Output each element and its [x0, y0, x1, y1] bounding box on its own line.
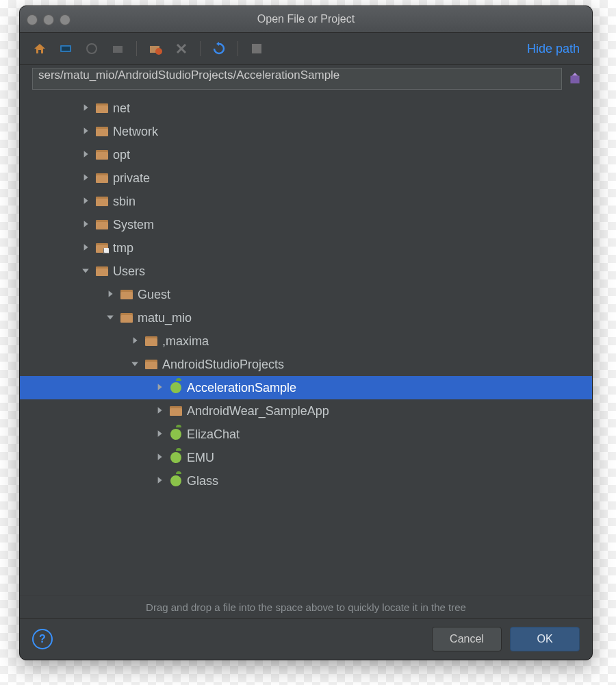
folder-icon — [144, 358, 158, 371]
chevron-right-icon[interactable] — [106, 290, 116, 299]
hide-path-link[interactable]: Hide path — [527, 42, 580, 56]
tree-item-label: matu_mio — [138, 311, 192, 325]
tree-item-label: AccelerationSample — [187, 381, 296, 395]
new-folder-icon[interactable] — [148, 41, 163, 56]
close-window-button[interactable] — [27, 14, 38, 25]
folder-icon — [120, 288, 133, 301]
chevron-down-icon[interactable] — [131, 360, 140, 369]
tree-item-label: sbin — [113, 195, 136, 209]
chevron-right-icon[interactable] — [155, 383, 165, 393]
tree-item-label: Glass — [187, 474, 218, 488]
dialog-window: Open File or Project Hide path — [19, 5, 593, 660]
folder-icon — [95, 102, 109, 114]
tree-row[interactable]: Users — [20, 260, 592, 283]
tree-item-label: ,maxima — [162, 334, 209, 349]
delete-icon[interactable] — [174, 41, 189, 56]
chevron-right-icon[interactable] — [81, 173, 91, 183]
folder-icon — [95, 219, 109, 231]
window-controls — [27, 14, 70, 25]
tree-item-label: EMU — [187, 451, 214, 465]
separator — [136, 41, 137, 56]
svg-rect-6 — [252, 44, 261, 53]
tree-item-label: private — [113, 171, 150, 186]
folder-icon — [95, 172, 109, 184]
cancel-button[interactable]: Cancel — [432, 627, 502, 651]
folder-shortcut-icon — [95, 242, 109, 254]
tree-row[interactable]: ElizaChat — [20, 423, 592, 446]
separator — [200, 41, 201, 56]
file-tree[interactable]: netNetworkoptprivatesbinSystemtmpUsersGu… — [20, 92, 592, 595]
android-project-icon — [169, 475, 183, 487]
svg-rect-1 — [62, 47, 70, 51]
tree-row[interactable]: Glass — [20, 469, 592, 493]
tree-item-label: AndroidStudioProjects — [162, 358, 284, 372]
chevron-right-icon[interactable] — [155, 429, 165, 439]
svg-rect-8 — [570, 76, 579, 84]
path-history-dropdown-icon[interactable] — [567, 71, 582, 86]
hint-text: Drag and drop a file into the space abov… — [20, 595, 592, 618]
tree-row[interactable]: EMU — [20, 446, 592, 469]
svg-rect-3 — [113, 46, 123, 53]
folder-icon — [95, 265, 109, 277]
chevron-right-icon[interactable] — [81, 220, 91, 229]
folder-icon — [95, 195, 109, 208]
tree-row[interactable]: matu_mio — [20, 306, 592, 329]
tree-item-label: ElizaChat — [187, 427, 240, 442]
chevron-right-icon[interactable] — [131, 336, 140, 346]
chevron-right-icon[interactable] — [155, 453, 165, 462]
path-bar: sers/matu_mio/AndroidStudioProjects/Acce… — [20, 65, 592, 92]
svg-point-5 — [155, 48, 162, 55]
toolbar: Hide path — [20, 33, 592, 65]
chevron-down-icon[interactable] — [106, 313, 116, 323]
chevron-right-icon[interactable] — [155, 476, 165, 486]
android-project-icon — [169, 382, 183, 394]
tree-item-label: tmp — [113, 241, 133, 256]
tree-row[interactable]: AndroidWear_SampleApp — [20, 399, 592, 423]
chevron-right-icon[interactable] — [81, 127, 91, 136]
window-title: Open File or Project — [20, 13, 592, 25]
separator — [238, 41, 238, 56]
chevron-right-icon[interactable] — [155, 406, 165, 416]
tree-row[interactable]: private — [20, 166, 592, 190]
tree-row[interactable]: AccelerationSample — [20, 376, 592, 399]
tree-item-label: net — [113, 101, 130, 116]
tree-item-label: Guest — [138, 288, 170, 302]
module-icon[interactable] — [110, 41, 125, 56]
chevron-right-icon[interactable] — [81, 103, 91, 113]
show-hidden-icon[interactable] — [249, 41, 264, 56]
chevron-right-icon[interactable] — [81, 197, 91, 206]
titlebar: Open File or Project — [20, 6, 592, 33]
help-icon[interactable]: ? — [32, 629, 53, 649]
tree-row[interactable]: tmp — [20, 236, 592, 260]
refresh-icon[interactable] — [211, 41, 227, 56]
tree-item-label: Network — [113, 125, 158, 139]
tree-item-label: System — [113, 218, 154, 232]
chevron-down-icon[interactable] — [81, 266, 91, 276]
tree-row[interactable]: net — [20, 97, 592, 120]
folder-icon — [95, 125, 109, 138]
tree-item-label: Users — [113, 264, 145, 279]
tree-item-label: opt — [113, 148, 130, 162]
tree-row[interactable]: Guest — [20, 283, 592, 306]
tree-row[interactable]: opt — [20, 143, 592, 166]
svg-point-2 — [87, 44, 97, 53]
project-icon[interactable] — [84, 41, 99, 56]
folder-icon — [144, 335, 158, 347]
desktop-icon[interactable] — [58, 41, 73, 56]
footer: ? Cancel OK — [20, 618, 592, 660]
tree-row[interactable]: Network — [20, 120, 592, 143]
chevron-right-icon[interactable] — [81, 243, 91, 253]
tree-row[interactable]: ,maxima — [20, 329, 592, 353]
folder-icon — [95, 149, 109, 161]
zoom-window-button[interactable] — [60, 14, 70, 25]
chevron-right-icon[interactable] — [81, 150, 91, 160]
minimize-window-button[interactable] — [43, 14, 54, 25]
home-icon[interactable] — [32, 41, 47, 56]
folder-icon — [120, 312, 133, 324]
tree-row[interactable]: System — [20, 213, 592, 236]
path-input[interactable]: sers/matu_mio/AndroidStudioProjects/Acce… — [32, 68, 562, 90]
tree-item-label: AndroidWear_SampleApp — [187, 404, 329, 419]
ok-button[interactable]: OK — [510, 627, 580, 651]
tree-row[interactable]: AndroidStudioProjects — [20, 353, 592, 376]
tree-row[interactable]: sbin — [20, 190, 592, 213]
